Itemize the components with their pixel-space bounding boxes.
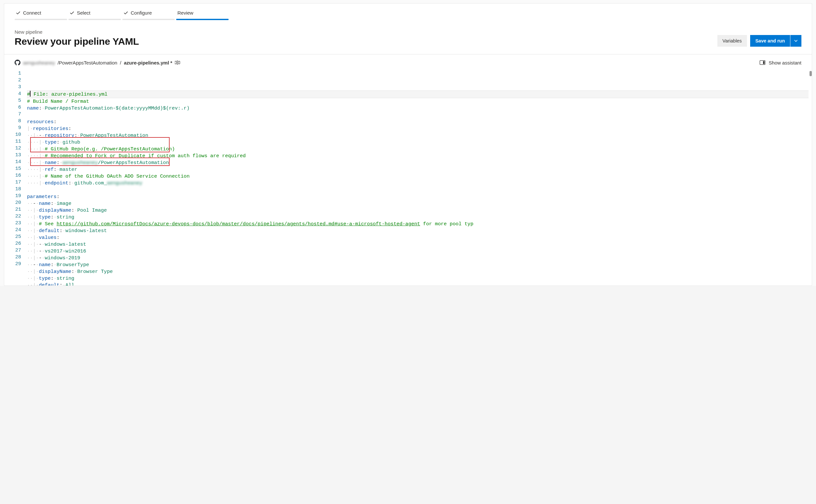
save-and-run-split-button[interactable]: Save and run <box>750 35 801 47</box>
code-line[interactable]: ··|·type:·string <box>27 275 809 282</box>
code-line[interactable]: ····|·# Recommended to Fork or Duplicate… <box>27 153 809 159</box>
code-line[interactable]: ····|·name:·aengusheaney/PowerAppsTestAu… <box>27 159 809 166</box>
variables-button[interactable]: Variables <box>717 35 747 47</box>
code-line[interactable] <box>27 112 809 119</box>
breadcrumb: New pipeline <box>15 29 717 35</box>
svg-rect-0 <box>175 61 176 64</box>
code-line[interactable]: ··|·-·repository:·PowerAppsTestAutomatio… <box>27 132 809 139</box>
save-and-run-dropdown[interactable] <box>790 35 801 47</box>
code-line[interactable]: |·repositories: <box>27 125 809 132</box>
path-edit-icon[interactable] <box>175 60 181 65</box>
wizard-step-connect[interactable]: Connect <box>15 8 67 20</box>
github-icon <box>15 60 20 65</box>
code-line[interactable]: # Build Name / Format <box>27 98 809 105</box>
code-line[interactable]: parameters: <box>27 193 809 200</box>
code-line[interactable]: ····|·type:·github <box>27 139 809 146</box>
repo-owner: aengusheaney <box>23 60 55 65</box>
path-separator: / <box>120 60 121 65</box>
wizard-steps: ConnectSelectConfigureReview <box>4 4 812 20</box>
step-label: Configure <box>131 10 152 16</box>
code-line[interactable]: ··|·default:·All <box>27 282 809 286</box>
code-line[interactable]: ··|·-·windows-2019 <box>27 255 809 262</box>
code-line[interactable]: ··|·default:·windows-latest <box>27 228 809 234</box>
save-and-run-button[interactable]: Save and run <box>750 35 790 47</box>
check-icon <box>70 11 74 15</box>
step-label: Select <box>77 10 90 16</box>
code-line[interactable]: ····|·# GitHub Repo(e.g. /PowerAppsTestA… <box>27 146 809 153</box>
file-name: azure-pipelines.yml * <box>124 60 172 65</box>
repo-name: /PowerAppsTestAutomation <box>57 60 117 65</box>
code-line[interactable]: ··-·name:·image <box>27 200 809 207</box>
code-line[interactable]: # File: azure-pipelines.yml <box>27 90 809 98</box>
step-label: Connect <box>23 10 41 16</box>
show-assistant-button[interactable]: Show assistant <box>769 60 801 65</box>
scrollbar-thumb[interactable] <box>810 71 812 76</box>
code-line[interactable]: ····|·endpoint:·github.com_aengusheaney <box>27 180 809 187</box>
svg-rect-1 <box>178 61 180 64</box>
code-line[interactable]: name:·PowerAppsTestAutomation-$(date:yyy… <box>27 105 809 112</box>
code-line[interactable]: ··|·displayName:·Browser Type <box>27 268 809 275</box>
wizard-step-review[interactable]: Review <box>176 8 229 20</box>
chevron-down-icon <box>794 39 798 43</box>
editor-gutter: 1234567891011121314151617181920212223242… <box>12 70 27 286</box>
code-line[interactable]: ··|·-·vs2017-win2016 <box>27 248 809 255</box>
svg-rect-6 <box>763 61 765 64</box>
code-line[interactable]: ··|·type:·string <box>27 214 809 221</box>
code-line[interactable]: ··|·values: <box>27 234 809 241</box>
show-assistant-icon[interactable] <box>760 60 765 65</box>
code-line[interactable]: ··|·-·windows-latest <box>27 241 809 248</box>
yaml-editor[interactable]: 1234567891011121314151617181920212223242… <box>4 70 812 286</box>
code-line[interactable]: ··-·name:·BrowserType <box>27 262 809 268</box>
code-line[interactable]: resources: <box>27 119 809 125</box>
code-line[interactable] <box>27 187 809 193</box>
code-line[interactable]: ··|·# See https://github.com/MicrosoftDo… <box>27 221 809 228</box>
code-line[interactable]: ····|·ref:·master <box>27 166 809 173</box>
wizard-step-select[interactable]: Select <box>68 8 121 20</box>
page-title: Review your pipeline YAML <box>15 36 717 47</box>
step-label: Review <box>177 10 193 16</box>
code-line[interactable]: ··|·displayName:·Pool Image <box>27 207 809 214</box>
check-icon <box>124 11 128 15</box>
code-line[interactable]: ····|·# Name of the GitHub OAuth ADO Ser… <box>27 173 809 180</box>
editor-code[interactable]: # File: azure-pipelines.yml# Build Name … <box>27 70 812 286</box>
check-icon <box>16 11 20 15</box>
wizard-step-configure[interactable]: Configure <box>122 8 175 20</box>
